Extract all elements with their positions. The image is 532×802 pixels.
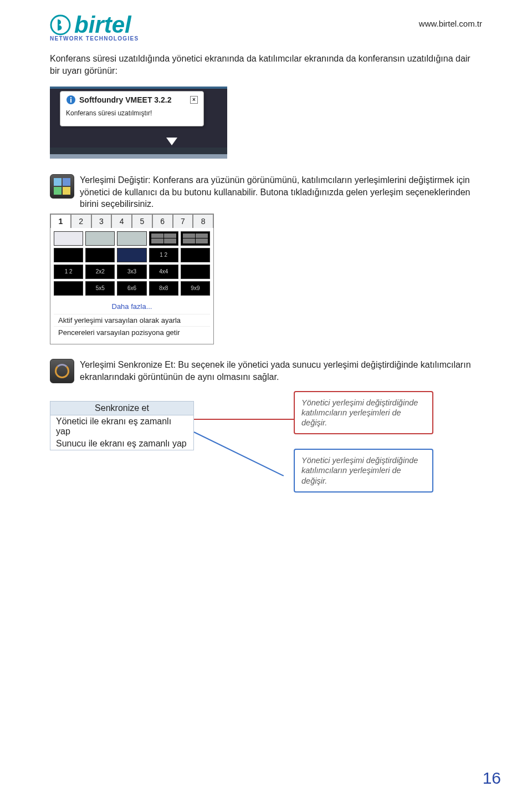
sync-heading: Yerleşimi Senkronize Et:	[80, 360, 176, 369]
logo-subtitle: NETWORK TECHNOLOGIES	[50, 35, 139, 42]
layout-option[interactable]: 9x9	[181, 281, 210, 296]
svg-rect-3	[70, 97, 71, 98]
info-icon	[66, 95, 76, 105]
layout-option[interactable]	[181, 265, 210, 279]
layout-option[interactable]: 3x3	[117, 265, 146, 279]
sync-menu: Senkronize et Yönetici ile ekranı eş zam…	[50, 401, 194, 450]
tab-6[interactable]: 6	[152, 214, 173, 228]
layout-option[interactable]: 6x6	[117, 281, 146, 296]
sync-callout-presenter: Yönetici yerleşimi değiştirdiğinde katıl…	[294, 449, 433, 492]
page-header: birtel NETWORK TECHNOLOGIES www.birtel.c…	[50, 13, 482, 42]
svg-rect-2	[70, 99, 71, 103]
layout-option[interactable]: 1 2	[149, 248, 178, 262]
layout-option[interactable]: 1 2	[54, 265, 83, 279]
layout-option[interactable]	[181, 248, 210, 262]
layout-option[interactable]	[54, 248, 83, 262]
connector-line	[194, 432, 284, 476]
layout-option[interactable]: 5x5	[85, 281, 115, 296]
layout-change-icon	[50, 174, 74, 199]
layout-option[interactable]	[54, 231, 83, 246]
sync-callout-admin: Yönetici yerleşimi değiştirdiğinde katıl…	[294, 391, 433, 434]
notification-bubble: Softfoundry VMEET 3.2.2 × Konferans süre…	[60, 91, 204, 126]
layout-option[interactable]	[117, 231, 146, 246]
layout-option[interactable]	[181, 231, 210, 246]
tab-7[interactable]: 7	[173, 214, 193, 228]
svg-point-0	[51, 16, 70, 34]
close-icon[interactable]: ×	[190, 96, 198, 104]
sync-paragraph: Yerleşimi Senkronize Et: Bu seçenek ile …	[80, 359, 482, 383]
logo-icon	[50, 14, 71, 35]
tab-5[interactable]: 5	[132, 214, 152, 228]
connector-line	[194, 419, 294, 420]
tab-3[interactable]: 3	[91, 214, 112, 228]
tab-2[interactable]: 2	[71, 214, 91, 228]
layout-change-heading: Yerleşimi Değiştir:	[80, 175, 150, 185]
layout-option[interactable]	[54, 281, 83, 296]
sync-menu-item-presenter[interactable]: Sunucu ile ekranı eş zamanlı yap	[50, 438, 193, 450]
layout-option[interactable]: 2x2	[85, 265, 115, 279]
layout-tabs: 1 2 3 4 5 6 7 8	[50, 214, 213, 228]
layout-option[interactable]: 8x8	[149, 281, 178, 296]
layout-option[interactable]: 4x4	[149, 265, 178, 279]
intro-paragraph: Konferans süresi uzatıldığında yönetici …	[50, 53, 482, 77]
notification-title: Softfoundry VMEET 3.2.2	[79, 95, 171, 104]
page-number: 16	[483, 769, 501, 788]
notification-body: Konferans süresi uzatılmıştır!	[66, 109, 198, 117]
sync-icon	[50, 359, 74, 383]
sync-menu-title: Senkronize et	[50, 402, 193, 415]
layout-option[interactable]	[149, 231, 178, 246]
layout-option[interactable]	[85, 231, 115, 246]
layout-opt-default[interactable]: Aktif yerleşimi varsayılan olarak ayarla	[54, 314, 210, 326]
layout-opt-reset[interactable]: Pencereleri varsayılan pozisyona getir	[54, 326, 210, 338]
layout-option[interactable]	[85, 248, 115, 262]
tab-4[interactable]: 4	[111, 214, 132, 228]
sync-diagram: Senkronize et Yönetici ile ekranı eş zam…	[50, 391, 482, 519]
layout-option[interactable]	[117, 248, 146, 262]
sync-menu-item-admin[interactable]: Yönetici ile ekranı eş zamanlı yap	[50, 415, 193, 438]
tab-8[interactable]: 8	[193, 214, 213, 228]
logo-word: birtel	[74, 13, 131, 37]
tab-1[interactable]: 1	[50, 214, 71, 228]
layout-change-paragraph: Yerleşimi Değiştir: Konferans ara yüzünü…	[80, 174, 482, 210]
logo-block: birtel NETWORK TECHNOLOGIES	[50, 13, 139, 42]
notification-screenshot: Softfoundry VMEET 3.2.2 × Konferans süre…	[50, 87, 227, 159]
header-url: www.birtel.com.tr	[419, 19, 482, 28]
layout-panel: 1 2 3 4 5 6 7 8 1 2 1 2 2x2 3x3 4x	[50, 214, 214, 344]
more-link[interactable]: Daha fazla...	[54, 301, 210, 314]
